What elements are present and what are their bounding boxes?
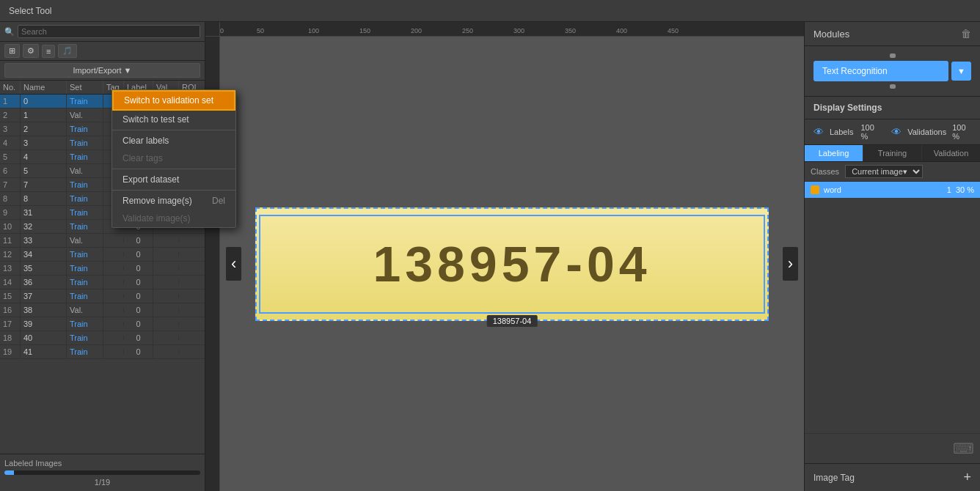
- td-set: Train: [67, 150, 103, 163]
- td-set: Train: [67, 136, 103, 149]
- td-name: 37: [21, 289, 67, 303]
- td-name: 5: [21, 164, 67, 177]
- text-recognition-dropdown[interactable]: ▼: [951, 62, 971, 81]
- toolbar-icons-row: ⊞ ⚙ ≡ 🎵: [0, 42, 205, 61]
- th-name[interactable]: Name: [21, 81, 67, 94]
- td-tag: [103, 238, 124, 243]
- table-row[interactable]: 16 38 Val. 0: [0, 303, 205, 317]
- td-no: 4: [0, 136, 21, 149]
- context-menu-clear-labels[interactable]: Clear labels: [112, 132, 235, 149]
- class-item[interactable]: word 1 30 %: [805, 182, 980, 198]
- context-menu-remove[interactable]: Remove image(s) Del: [112, 192, 235, 210]
- td-label: 0: [124, 289, 153, 303]
- td-no: 11: [0, 234, 21, 247]
- tab-validation[interactable]: Validation: [922, 145, 980, 161]
- context-menu-switch-validation[interactable]: Switch to validation set: [112, 90, 235, 111]
- td-val: [153, 308, 179, 312]
- tab-labeling[interactable]: Labeling: [805, 145, 863, 161]
- td-no: 18: [0, 331, 21, 344]
- td-name: 38: [21, 303, 67, 317]
- icon-btn-1[interactable]: ⊞: [4, 44, 20, 58]
- td-name: 8: [21, 192, 67, 205]
- th-no[interactable]: No.: [0, 81, 21, 94]
- bottom-panel: Labeled Images 1/19: [0, 454, 205, 491]
- slider-top: [890, 53, 896, 58]
- context-menu-validate: Validate image(s): [112, 210, 235, 227]
- tab-training[interactable]: Training: [863, 145, 922, 161]
- td-label: 0: [124, 331, 153, 344]
- context-menu-export[interactable]: Export dataset: [112, 171, 235, 188]
- td-set: Val.: [67, 234, 103, 247]
- icon-btn-4[interactable]: 🎵: [58, 44, 77, 58]
- context-menu-switch-test[interactable]: Switch to test set: [112, 111, 235, 128]
- td-val: [153, 280, 179, 284]
- current-image-select[interactable]: Current image▾: [845, 165, 923, 178]
- eye-icon-labels: 👁: [813, 126, 824, 138]
- canvas-viewport[interactable]: ‹ 138957-04 138957-04 ›: [220, 37, 804, 491]
- td-no: 7: [0, 178, 21, 191]
- td-set: Train: [67, 331, 103, 344]
- search-input[interactable]: [18, 25, 200, 38]
- td-name: 32: [21, 220, 67, 233]
- td-no: 17: [0, 317, 21, 331]
- text-recognition-section: Text Recognition ▼: [805, 46, 980, 97]
- td-set: Train: [67, 178, 103, 191]
- td-label: 0: [124, 303, 153, 317]
- table-row[interactable]: 11 33 Val. 0: [0, 234, 205, 248]
- classes-label: Classes: [811, 167, 839, 176]
- td-roi: [179, 266, 205, 270]
- icon-btn-3[interactable]: ≡: [42, 45, 55, 58]
- progress-bar-fill: [4, 470, 14, 475]
- td-set: Train: [67, 317, 103, 331]
- td-roi: [179, 280, 205, 284]
- td-no: 14: [0, 276, 21, 289]
- table-row[interactable]: 18 40 Train 0: [0, 331, 205, 345]
- remove-images-label: Remove image(s): [122, 196, 192, 206]
- icon-btn-2[interactable]: ⚙: [23, 44, 39, 58]
- context-menu-divider-3: [112, 190, 235, 191]
- td-name: 3: [21, 136, 67, 149]
- table-row[interactable]: 12 34 Train 0: [0, 248, 205, 262]
- td-name: 41: [21, 345, 67, 358]
- td-name: 4: [21, 150, 67, 163]
- td-roi: [179, 350, 205, 354]
- canvas-area: 0 50 100 150 200 250 300 350 400 450 ‹: [205, 22, 804, 491]
- td-no: 10: [0, 220, 21, 233]
- td-no: 5: [0, 150, 21, 163]
- table-row[interactable]: 17 39 Train 0: [0, 317, 205, 331]
- table-row[interactable]: 15 37 Train 0: [0, 289, 205, 303]
- image-display: 138957-04: [255, 207, 769, 321]
- td-name: 2: [21, 122, 67, 136]
- td-roi: [179, 336, 205, 340]
- th-set[interactable]: Set: [67, 81, 103, 94]
- table-row[interactable]: 13 35 Train 0: [0, 262, 205, 276]
- nav-arrow-right[interactable]: ›: [783, 247, 798, 281]
- image-tag-section: Image Tag +: [805, 463, 980, 491]
- import-export-btn[interactable]: Import/Export ▼: [4, 63, 200, 78]
- nav-arrow-left[interactable]: ‹: [226, 247, 241, 281]
- class-name: word: [824, 185, 943, 194]
- td-val: [153, 294, 179, 298]
- keyboard-icon-section: ⌨: [805, 433, 980, 463]
- td-label: 0: [124, 345, 153, 358]
- eye-icon-validations: 👁: [891, 126, 902, 138]
- classes-header: Classes Current image▾: [805, 162, 980, 182]
- td-val: [153, 238, 179, 243]
- td-set: Train: [67, 220, 103, 233]
- td-val: [153, 350, 179, 354]
- display-settings-row-labels: 👁 Labels 100 % 👁 Validations 100 %: [805, 119, 980, 145]
- table-row[interactable]: 19 41 Train 0: [0, 345, 205, 359]
- modules-delete-btn[interactable]: 🗑: [961, 28, 971, 40]
- table-row[interactable]: 14 36 Train 0: [0, 276, 205, 289]
- td-set: Val.: [67, 108, 103, 122]
- modules-header: Modules 🗑: [805, 22, 980, 46]
- text-recognition-btn[interactable]: Text Recognition: [813, 61, 948, 81]
- td-set: Train: [67, 206, 103, 219]
- class-pct: 30 %: [956, 185, 974, 194]
- td-tag: [103, 322, 124, 326]
- add-tag-btn[interactable]: +: [963, 470, 971, 485]
- context-menu-divider-1: [112, 130, 235, 130]
- td-no: 13: [0, 262, 21, 275]
- image-container: 138957-04 138957-04: [255, 207, 769, 321]
- modules-title: Modules: [813, 29, 849, 40]
